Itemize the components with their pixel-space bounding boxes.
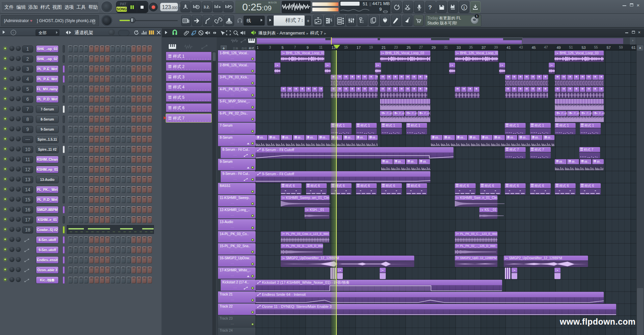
svg-text:3.2.: 3.2. xyxy=(204,5,210,9)
svg-text:?: ? xyxy=(428,4,432,11)
svg-text:i: i xyxy=(464,5,465,10)
